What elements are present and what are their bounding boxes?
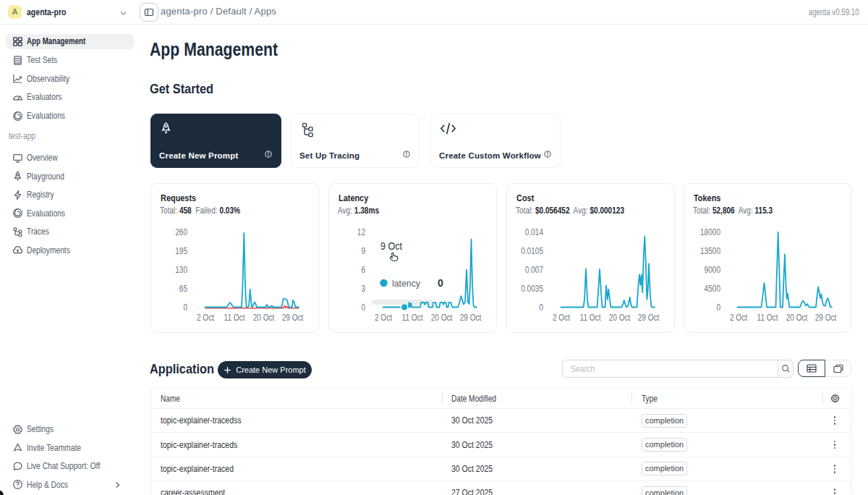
svg-text:9: 9 xyxy=(361,246,365,256)
svg-text:130: 130 xyxy=(175,265,187,275)
svg-text:29 Oct: 29 Oct xyxy=(815,313,837,323)
svg-text:2 Oct: 2 Oct xyxy=(375,313,393,323)
svg-text:11 Oct: 11 Oct xyxy=(402,313,423,323)
svg-text:13500: 13500 xyxy=(700,246,720,256)
svg-text:0.0105: 0.0105 xyxy=(521,246,543,256)
svg-text:0: 0 xyxy=(361,302,365,313)
svg-text:11 Oct: 11 Oct xyxy=(580,313,601,323)
svg-text:0: 0 xyxy=(183,302,187,313)
svg-text:latency: latency xyxy=(392,278,420,289)
svg-text:9000: 9000 xyxy=(705,265,721,275)
svg-text:3: 3 xyxy=(361,284,365,294)
svg-text:12: 12 xyxy=(357,227,365,237)
svg-text:20 Oct: 20 Oct xyxy=(609,313,631,323)
svg-text:29 Oct: 29 Oct xyxy=(638,313,660,323)
svg-text:20 Oct: 20 Oct xyxy=(253,313,275,323)
svg-text:2 Oct: 2 Oct xyxy=(730,313,748,323)
svg-text:20 Oct: 20 Oct xyxy=(786,313,808,323)
svg-text:11 Oct: 11 Oct xyxy=(757,313,778,323)
svg-text:11 Oct: 11 Oct xyxy=(224,313,245,323)
svg-text:0: 0 xyxy=(539,302,543,313)
svg-text:29 Oct: 29 Oct xyxy=(282,313,304,323)
svg-text:0: 0 xyxy=(716,302,720,313)
svg-text:195: 195 xyxy=(175,246,187,256)
svg-text:9 Oct: 9 Oct xyxy=(380,240,402,252)
svg-text:260: 260 xyxy=(175,227,187,237)
svg-text:6: 6 xyxy=(361,265,365,275)
svg-text:65: 65 xyxy=(179,284,187,294)
svg-text:0.014: 0.014 xyxy=(525,227,543,237)
svg-text:18000: 18000 xyxy=(700,227,720,237)
svg-text:20 Oct: 20 Oct xyxy=(431,313,453,323)
svg-text:4500: 4500 xyxy=(705,284,721,294)
svg-text:0.0035: 0.0035 xyxy=(521,284,543,294)
svg-text:2 Oct: 2 Oct xyxy=(197,313,215,323)
svg-text:0.007: 0.007 xyxy=(525,265,543,275)
svg-text:29 Oct: 29 Oct xyxy=(460,313,482,323)
svg-text:2 Oct: 2 Oct xyxy=(553,313,571,323)
svg-text:0: 0 xyxy=(438,277,443,289)
